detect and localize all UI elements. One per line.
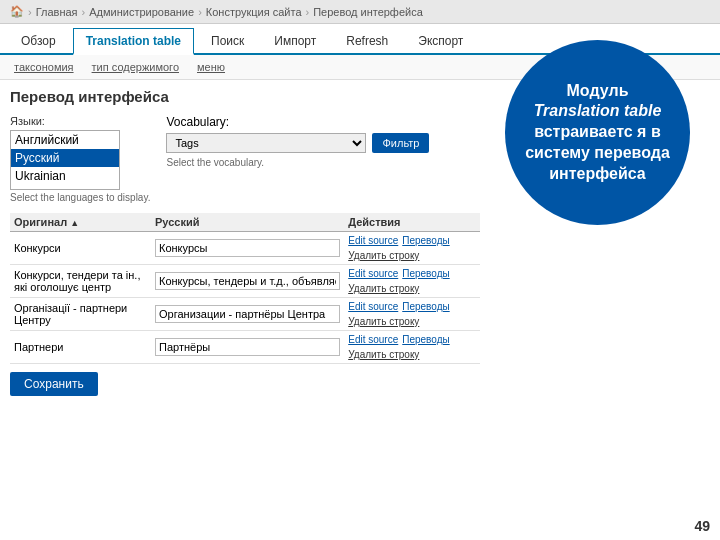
cell-actions: Edit source Переводы Удалить строку	[344, 265, 480, 298]
breadcrumb-item-4[interactable]: Перевод интерфейса	[313, 6, 423, 18]
pervody-link[interactable]: Переводы	[402, 334, 449, 345]
sub-tab-type[interactable]: тип содержимого	[86, 59, 185, 75]
main-content: Перевод интерфейса Языки: Английский Рус…	[0, 80, 490, 404]
table-row: Конкурси, тендери та ін., які оголошує ц…	[10, 265, 480, 298]
delete-link[interactable]: Удалить строку	[348, 316, 419, 327]
action-links: Edit source Переводы Удалить строку	[348, 235, 476, 261]
tab-translation-table[interactable]: Translation table	[73, 28, 194, 55]
action-links: Edit source Переводы Удалить строку	[348, 268, 476, 294]
tab-export[interactable]: Экспорт	[405, 28, 476, 53]
breadcrumb-item-2[interactable]: Администрирование	[89, 6, 194, 18]
action-links: Edit source Переводы Удалить строку	[348, 334, 476, 360]
languages-label: Языки:	[10, 115, 150, 127]
pervody-link[interactable]: Переводы	[402, 235, 449, 246]
tab-poisk[interactable]: Поиск	[198, 28, 257, 53]
table-row: Партнери Edit source Переводы Удалить ст…	[10, 331, 480, 364]
lang-item-russian[interactable]: Русский	[11, 149, 119, 167]
cell-actions: Edit source Переводы Удалить строку	[344, 331, 480, 364]
col-header-original: Оригинал ▲	[10, 213, 151, 232]
table-header: Оригинал ▲ Русский Действия	[10, 213, 480, 232]
save-button[interactable]: Сохранить	[10, 372, 98, 396]
home-icon[interactable]: 🏠	[10, 5, 24, 18]
translation-input[interactable]	[155, 338, 340, 356]
cell-original: Конкурси	[10, 232, 151, 265]
edit-source-link[interactable]: Edit source	[348, 268, 398, 279]
delete-link[interactable]: Удалить строку	[348, 349, 419, 360]
cell-original: Партнери	[10, 331, 151, 364]
cell-translation	[151, 232, 344, 265]
vocab-row: Tags Фильтр	[166, 133, 429, 153]
tab-obzor[interactable]: Обзор	[8, 28, 69, 53]
action-links: Edit source Переводы Удалить строку	[348, 301, 476, 327]
edit-source-link[interactable]: Edit source	[348, 235, 398, 246]
edit-source-link[interactable]: Edit source	[348, 301, 398, 312]
info-circle: Модуль Translation table встраиваетс я в…	[505, 40, 690, 225]
cell-translation	[151, 331, 344, 364]
translation-input[interactable]	[155, 239, 340, 257]
cell-actions: Edit source Переводы Удалить строку	[344, 232, 480, 265]
cell-original: Конкурси, тендери та ін., які оголошує ц…	[10, 265, 151, 298]
translation-input[interactable]	[155, 305, 340, 323]
data-table: Оригинал ▲ Русский Действия Конкурси Edi…	[10, 213, 480, 364]
lang-item-ukrainian[interactable]: Ukrainian	[11, 167, 119, 185]
col-header-actions: Действия	[344, 213, 480, 232]
translation-input[interactable]	[155, 272, 340, 290]
breadcrumb-item-1[interactable]: Главная	[36, 6, 78, 18]
pervody-link[interactable]: Переводы	[402, 301, 449, 312]
sub-tab-taxonomy[interactable]: таксономия	[8, 59, 80, 75]
vocabulary-hint: Select the vocabulary.	[166, 157, 429, 168]
col-header-russian: Русский	[151, 213, 344, 232]
language-list[interactable]: Английский Русский Ukrainian	[10, 130, 120, 190]
pervody-link[interactable]: Переводы	[402, 268, 449, 279]
sub-tab-menu[interactable]: меню	[191, 59, 231, 75]
table-row: Конкурси Edit source Переводы Удалить ст…	[10, 232, 480, 265]
table-row: Організації - партнери Центру Edit sourc…	[10, 298, 480, 331]
page-number: 49	[694, 518, 710, 534]
vocabulary-label: Vocabulary:	[166, 115, 429, 129]
breadcrumb-item-3[interactable]: Конструкция сайта	[206, 6, 302, 18]
lang-item-english[interactable]: Английский	[11, 131, 119, 149]
edit-source-link[interactable]: Edit source	[348, 334, 398, 345]
cell-actions: Edit source Переводы Удалить строку	[344, 298, 480, 331]
tab-refresh[interactable]: Refresh	[333, 28, 401, 53]
cell-original: Організації - партнери Центру	[10, 298, 151, 331]
tab-import[interactable]: Импорт	[261, 28, 329, 53]
delete-link[interactable]: Удалить строку	[348, 250, 419, 261]
cell-translation	[151, 265, 344, 298]
info-circle-text: Модуль Translation table встраиваетс я в…	[525, 81, 670, 185]
cell-translation	[151, 298, 344, 331]
sort-arrow-icon[interactable]: ▲	[70, 218, 79, 228]
page-title: Перевод интерфейса	[10, 88, 480, 105]
languages-hint: Select the languages to display.	[10, 192, 150, 203]
filter-button[interactable]: Фильтр	[372, 133, 429, 153]
breadcrumb: 🏠 › Главная › Администрирование › Констр…	[0, 0, 720, 24]
filter-row: Языки: Английский Русский Ukrainian Sele…	[10, 115, 480, 203]
delete-link[interactable]: Удалить строку	[348, 283, 419, 294]
vocabulary-select[interactable]: Tags	[166, 133, 366, 153]
languages-group: Языки: Английский Русский Ukrainian Sele…	[10, 115, 150, 203]
vocabulary-group: Vocabulary: Tags Фильтр Select the vocab…	[166, 115, 429, 203]
